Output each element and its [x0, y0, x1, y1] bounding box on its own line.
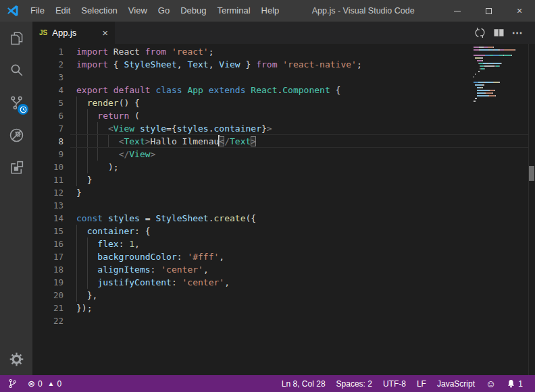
activity-bar	[0, 22, 32, 375]
code-token: () {	[119, 98, 140, 108]
indent-guide	[76, 109, 77, 122]
line-number[interactable]: 10	[32, 161, 63, 173]
code-line[interactable]: 5 render() {	[32, 96, 535, 109]
activity-debug-button[interactable]	[0, 119, 32, 151]
warnings-icon: ▲	[48, 380, 55, 387]
line-number[interactable]: 16	[32, 237, 63, 250]
line-number[interactable]: 1	[32, 45, 63, 58]
activity-extensions-button[interactable]	[0, 151, 32, 184]
menu-edit[interactable]: Edit	[50, 0, 76, 22]
menu-help[interactable]: Help	[256, 0, 285, 22]
scrollbar-track[interactable]	[528, 44, 535, 375]
git-branch-item[interactable]	[8, 379, 17, 389]
code-token: import	[76, 59, 113, 69]
line-number[interactable]: 13	[32, 199, 63, 212]
code-line[interactable]: 11 }	[32, 173, 535, 186]
code-token: ,	[209, 59, 220, 69]
code-line[interactable]: 15 container: {	[32, 225, 535, 237]
code-line[interactable]: 18 alignItems: 'center',	[32, 263, 535, 276]
line-number[interactable]: 17	[32, 250, 63, 263]
encoding-item[interactable]: UTF-8	[383, 379, 406, 389]
code-line[interactable]: 6 return (	[32, 109, 535, 122]
maximize-button[interactable]	[473, 0, 504, 22]
activity-explorer-button[interactable]	[0, 22, 32, 54]
code-line[interactable]: 19 justifyContent: 'center',	[32, 276, 535, 289]
code-line[interactable]: 1import React from 'react';	[32, 45, 535, 58]
code-token: export	[76, 85, 113, 95]
indent-guide	[76, 263, 77, 276]
code-line[interactable]: 12}	[32, 186, 535, 199]
line-number[interactable]: 3	[32, 71, 63, 84]
menu-debug[interactable]: Debug	[175, 0, 211, 22]
code-line[interactable]: 21});	[32, 302, 535, 314]
code-token: >	[145, 136, 151, 146]
line-number[interactable]: 4	[32, 84, 63, 96]
window-controls: ×	[442, 0, 535, 22]
code-line[interactable]: 13	[32, 199, 535, 212]
tab-close-icon[interactable]: ×	[102, 28, 108, 38]
menu-file[interactable]: File	[25, 0, 50, 22]
code-line[interactable]: 2import { StyleSheet, Text, View } from …	[32, 58, 535, 71]
line-number[interactable]: 7	[32, 122, 63, 135]
menu-view[interactable]: View	[123, 0, 153, 22]
problems-item[interactable]: ⊗ 0 ▲ 0	[28, 379, 61, 389]
code-token: ,	[219, 252, 224, 262]
code-line[interactable]: 16 flex: 1,	[32, 237, 535, 250]
editor[interactable]: 1import React from 'react';2import { Sty…	[32, 44, 535, 375]
minimize-button[interactable]	[442, 0, 473, 22]
code-token: const	[76, 213, 108, 223]
line-number[interactable]: 20	[32, 289, 63, 302]
eol-item[interactable]: LF	[417, 379, 426, 389]
indent-guide	[76, 173, 77, 186]
line-number[interactable]: 21	[32, 302, 63, 314]
menu-selection[interactable]: Selection	[76, 0, 122, 22]
feedback-smiley-icon[interactable]: ☺	[486, 378, 496, 389]
line-number[interactable]: 15	[32, 225, 63, 237]
scrollbar-thumb[interactable]	[529, 166, 534, 181]
notifications-item[interactable]: 1	[507, 379, 523, 389]
code-token: StyleSheet	[124, 59, 176, 69]
line-number[interactable]: 6	[32, 109, 63, 122]
minimap[interactable]	[474, 46, 528, 105]
activity-source-control-button[interactable]	[0, 86, 32, 119]
code-token: View	[129, 149, 150, 159]
line-number[interactable]: 12	[32, 186, 63, 199]
code-line[interactable]: 20 },	[32, 289, 535, 302]
line-number[interactable]: 11	[32, 173, 63, 186]
code-line[interactable]: 14const styles = StyleSheet.create({	[32, 212, 535, 225]
code-token: {	[336, 85, 341, 95]
code-line[interactable]: 17 backgroundColor: '#fff',	[32, 250, 535, 263]
indentation-item[interactable]: Spaces: 2	[336, 379, 372, 389]
cursor-position-item[interactable]: Ln 8, Col 28	[282, 379, 326, 389]
close-button[interactable]: ×	[504, 0, 535, 22]
code-token: React	[113, 47, 145, 57]
menu-terminal[interactable]: Terminal	[211, 0, 255, 22]
status-bar: ⊗ 0 ▲ 0 Ln 8, Col 28 Spaces: 2 UTF-8 LF …	[0, 375, 535, 392]
line-number[interactable]: 9	[32, 148, 63, 161]
code-line[interactable]: 8 <Text>Hallo Ilmenau</Text>	[32, 135, 535, 148]
split-editor-button[interactable]	[489, 24, 508, 42]
tab-appjs[interactable]: JS App.js ×	[32, 22, 115, 44]
code-line[interactable]: 7 <View style={styles.container}>	[32, 122, 535, 135]
line-number[interactable]: 22	[32, 314, 63, 327]
open-changes-button[interactable]	[470, 24, 489, 42]
activity-search-button[interactable]	[0, 54, 32, 86]
more-actions-button[interactable]: ⋯	[508, 24, 527, 42]
code-line[interactable]: 4export default class App extends React.…	[32, 84, 535, 96]
code-line[interactable]: 9 </View>	[32, 148, 535, 161]
language-mode-item[interactable]: JavaScript	[437, 379, 475, 389]
menu-go[interactable]: Go	[153, 0, 175, 22]
code-token: container	[214, 123, 261, 134]
line-number[interactable]: 18	[32, 263, 63, 276]
manage-button[interactable]	[0, 343, 32, 375]
code-line[interactable]: 3	[32, 71, 535, 84]
line-number[interactable]: 2	[32, 58, 63, 71]
minimap-content	[474, 46, 528, 105]
line-number[interactable]: 14	[32, 212, 63, 225]
bell-icon	[507, 379, 515, 388]
line-number[interactable]: 8	[32, 135, 63, 148]
line-number[interactable]: 19	[32, 276, 63, 289]
line-number[interactable]: 5	[32, 96, 63, 109]
code-line[interactable]: 22	[32, 314, 535, 327]
code-line[interactable]: 10 );	[32, 161, 535, 173]
